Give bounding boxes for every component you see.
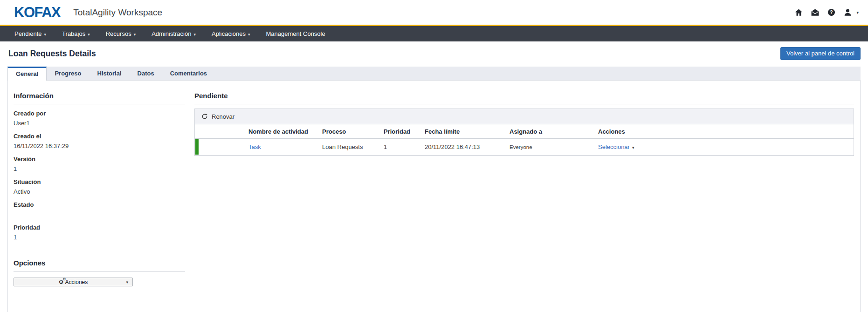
chevron-down-icon: ▾ xyxy=(134,32,136,37)
nav-item-pendiente[interactable]: Pendiente▾ xyxy=(7,26,54,41)
tab-content: Información Creado por User1 Creado el 1… xyxy=(7,81,861,312)
field-situacion: Situación Activo xyxy=(14,178,185,196)
column-header-process: Proceso xyxy=(322,128,384,135)
field-label: Prioridad xyxy=(14,224,185,231)
chevron-down-icon: ▾ xyxy=(856,10,859,15)
field-prioridad: Prioridad 1 xyxy=(14,224,185,241)
pending-heading: Pendiente xyxy=(194,86,854,104)
nav-item-recursos[interactable]: Recursos▾ xyxy=(98,26,144,41)
field-estado: Estado xyxy=(14,201,185,218)
pending-panel: Pendiente Renovar Nombre de actividad Pr… xyxy=(185,81,860,312)
header-icons: ? ▾ xyxy=(792,7,859,19)
status-indicator-green xyxy=(195,139,199,155)
tab-general[interactable]: General xyxy=(7,67,47,81)
pending-table: Renovar Nombre de actividad Proceso Prio… xyxy=(194,109,854,156)
help-icon[interactable]: ? xyxy=(825,7,837,19)
column-header-assigned: Asignado a xyxy=(510,128,598,135)
process-cell: Loan Requests xyxy=(322,143,384,150)
nav-item-administracion[interactable]: Administración▾ xyxy=(144,26,204,41)
chevron-down-icon: ▾ xyxy=(44,32,47,37)
column-header-priority: Prioridad xyxy=(384,128,425,135)
user-icon[interactable] xyxy=(841,7,854,19)
home-icon[interactable] xyxy=(792,7,805,19)
field-label: Estado xyxy=(14,201,185,208)
field-value: 1 xyxy=(14,165,185,173)
field-value xyxy=(14,211,185,218)
kofax-logo: KOFAX xyxy=(14,4,60,21)
due-date-cell: 20/11/2022 16:47:13 xyxy=(425,143,510,150)
table-header-row: Nombre de actividad Proceso Prioridad Fe… xyxy=(195,124,854,139)
field-value: 1 xyxy=(14,234,185,241)
assigned-cell: Everyone xyxy=(510,144,598,150)
chevron-down-icon: ▾ xyxy=(88,32,90,37)
field-label: Creado por xyxy=(14,110,185,117)
options-heading: Opciones xyxy=(14,253,185,271)
field-creado-el: Creado el 16/11/2022 16:37:29 xyxy=(14,133,185,150)
nav-label: Recursos xyxy=(106,30,131,37)
nav-label: Administración xyxy=(152,30,191,37)
field-value: User1 xyxy=(14,120,185,127)
actions-cell: Seleccionar▾ xyxy=(598,143,854,150)
table-row: Task Loan Requests 1 20/11/2022 16:47:13… xyxy=(195,139,854,156)
tab-bar: General Progreso Historial Datos Comenta… xyxy=(7,67,861,81)
field-version: Versión 1 xyxy=(14,156,185,173)
field-value: Activo xyxy=(14,188,185,196)
tab-progreso[interactable]: Progreso xyxy=(47,67,89,80)
activity-link[interactable]: Task xyxy=(248,143,261,150)
actions-dropdown-button[interactable]: ⚙⚙ Acciones ▾ xyxy=(14,278,133,286)
chevron-down-icon: ▾ xyxy=(193,32,196,37)
envelope-icon[interactable] xyxy=(809,7,821,19)
column-header-actions: Acciones xyxy=(598,128,854,135)
field-label: Creado el xyxy=(14,133,185,140)
nav-item-trabajos[interactable]: Trabajos▾ xyxy=(54,26,98,41)
top-header: KOFAX TotalAgility Workspace ? ▾ xyxy=(0,0,868,25)
svg-text:?: ? xyxy=(830,10,833,15)
nav-item-aplicaciones[interactable]: Aplicaciones▾ xyxy=(204,26,258,41)
tab-datos[interactable]: Datos xyxy=(130,67,162,80)
refresh-button[interactable]: Renovar xyxy=(195,109,854,124)
priority-cell: 1 xyxy=(384,143,425,150)
nav-item-management-console[interactable]: Management Console xyxy=(258,26,333,41)
main-navbar: Pendiente▾ Trabajos▾ Recursos▾ Administr… xyxy=(0,26,868,41)
column-header-due-date: Fecha límite xyxy=(425,128,510,135)
chevron-down-icon: ▾ xyxy=(126,280,128,285)
nav-label: Trabajos xyxy=(62,30,85,37)
gears-icon: ⚙⚙ xyxy=(59,279,64,285)
column-header-activity: Nombre de actividad xyxy=(248,128,322,135)
chevron-down-icon: ▾ xyxy=(248,32,250,37)
tab-historial[interactable]: Historial xyxy=(90,67,130,80)
nav-label: Management Console xyxy=(266,30,325,37)
tab-comentarios[interactable]: Comentarios xyxy=(162,67,215,80)
refresh-label: Renovar xyxy=(212,113,234,120)
nav-label: Pendiente xyxy=(14,30,42,37)
app-title: TotalAgility Workspace xyxy=(73,7,162,18)
field-creado-por: Creado por User1 xyxy=(14,110,185,127)
field-label: Situación xyxy=(14,178,185,185)
select-action-dropdown[interactable]: Seleccionar▾ xyxy=(598,143,634,150)
info-panel: Información Creado por User1 Creado el 1… xyxy=(8,81,185,312)
page-title: Loan Requests Details xyxy=(8,49,96,59)
field-value: 16/11/2022 16:37:29 xyxy=(14,142,185,150)
select-action-label: Seleccionar xyxy=(598,143,630,150)
field-label: Versión xyxy=(14,156,185,163)
back-to-dashboard-button[interactable]: Volver al panel de control xyxy=(780,47,861,60)
refresh-icon xyxy=(201,113,208,120)
page-head: Loan Requests Details Volver al panel de… xyxy=(0,41,868,64)
actions-button-label: Acciones xyxy=(65,279,88,285)
chevron-down-icon: ▾ xyxy=(632,145,634,150)
nav-label: Aplicaciones xyxy=(212,30,246,37)
info-heading: Información xyxy=(14,86,185,104)
